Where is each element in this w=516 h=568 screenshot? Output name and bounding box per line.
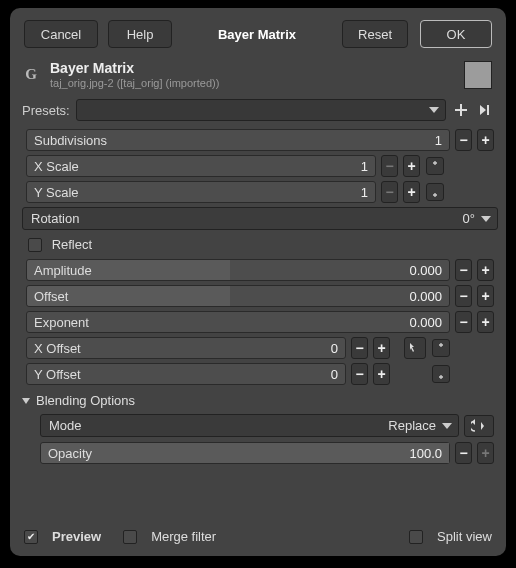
- offset-link-bottom-icon[interactable]: [432, 365, 450, 383]
- subdivisions-value: 1: [435, 133, 442, 148]
- preview-label: Preview: [52, 529, 101, 544]
- opacity-decrement[interactable]: −: [455, 442, 472, 464]
- xoffset-decrement[interactable]: −: [351, 337, 368, 359]
- exponent-value: 0.000: [409, 315, 442, 330]
- chevron-down-icon: [22, 398, 30, 404]
- chevron-down-icon: [481, 216, 491, 222]
- dialog-operation-label: Bayer Matrix: [208, 27, 306, 42]
- mode-dropdown[interactable]: Mode Replace: [40, 414, 459, 437]
- offset-decrement[interactable]: −: [455, 285, 472, 307]
- cancel-button[interactable]: Cancel: [24, 20, 98, 48]
- offset-link-top-icon[interactable]: [432, 339, 450, 357]
- offset-slider[interactable]: Offset 0.000: [26, 285, 450, 307]
- exponent-slider[interactable]: Exponent 0.000: [26, 311, 450, 333]
- reflect-row: Reflect: [26, 234, 494, 255]
- amplitude-decrement[interactable]: −: [455, 259, 472, 281]
- presets-row: Presets:: [10, 95, 506, 127]
- yscale-decrement: −: [381, 181, 398, 203]
- subdivisions-increment[interactable]: +: [477, 129, 494, 151]
- reflect-label: Reflect: [52, 237, 92, 252]
- yscale-value: 1: [361, 185, 368, 200]
- xscale-value: 1: [361, 159, 368, 174]
- yoffset-increment[interactable]: +: [373, 363, 390, 385]
- yoffset-label: Y Offset: [34, 367, 81, 382]
- merge-filter-label: Merge filter: [151, 529, 216, 544]
- xoffset-value: 0: [331, 341, 338, 356]
- scale-link-bottom-icon[interactable]: [426, 183, 444, 201]
- yoffset-value: 0: [331, 367, 338, 382]
- amplitude-value: 0.000: [409, 263, 442, 278]
- blending-options-label: Blending Options: [36, 393, 135, 408]
- chevron-down-icon: [442, 423, 452, 429]
- split-view-checkbox[interactable]: [409, 530, 423, 544]
- exponent-increment[interactable]: +: [477, 311, 494, 333]
- subdivisions-slider[interactable]: Subdivisions 1: [26, 129, 450, 151]
- exponent-label: Exponent: [34, 315, 89, 330]
- amplitude-label: Amplitude: [34, 263, 92, 278]
- chevron-down-icon: [429, 107, 439, 113]
- xoffset-label: X Offset: [34, 341, 81, 356]
- mode-switch-button[interactable]: [464, 415, 494, 437]
- exponent-decrement[interactable]: −: [455, 311, 472, 333]
- split-view-label: Split view: [437, 529, 492, 544]
- xoffset-slider[interactable]: X Offset 0: [26, 337, 346, 359]
- opacity-increment: +: [477, 442, 494, 464]
- xscale-slider[interactable]: X Scale 1: [26, 155, 376, 177]
- subdivisions-decrement[interactable]: −: [455, 129, 472, 151]
- xoffset-increment[interactable]: +: [373, 337, 390, 359]
- rotation-value: 0°: [463, 211, 475, 226]
- xscale-label: X Scale: [34, 159, 79, 174]
- preset-menu-button[interactable]: [476, 101, 494, 119]
- header-title: Bayer Matrix: [50, 60, 456, 76]
- gimp-icon: G: [20, 64, 42, 86]
- reset-button[interactable]: Reset: [342, 20, 408, 48]
- mode-label: Mode: [49, 418, 82, 433]
- yscale-label: Y Scale: [34, 185, 79, 200]
- yscale-increment[interactable]: +: [403, 181, 420, 203]
- rotation-label: Rotation: [31, 211, 79, 226]
- preview-checkbox[interactable]: [24, 530, 38, 544]
- offset-increment[interactable]: +: [477, 285, 494, 307]
- amplitude-increment[interactable]: +: [477, 259, 494, 281]
- offset-label: Offset: [34, 289, 68, 304]
- dialog-buttons: Cancel Help Bayer Matrix Reset OK: [10, 8, 506, 58]
- merge-filter-checkbox[interactable]: [123, 530, 137, 544]
- scale-link-top-icon[interactable]: [426, 157, 444, 175]
- svg-rect-0: [487, 105, 489, 115]
- opacity-label: Opacity: [48, 446, 92, 461]
- pick-offset-button[interactable]: [404, 337, 426, 359]
- xscale-increment[interactable]: +: [403, 155, 420, 177]
- yoffset-decrement[interactable]: −: [351, 363, 368, 385]
- presets-label: Presets:: [22, 103, 70, 118]
- offset-value: 0.000: [409, 289, 442, 304]
- help-button[interactable]: Help: [108, 20, 172, 48]
- presets-dropdown[interactable]: [76, 99, 446, 121]
- dialog-body: Subdivisions 1 − + X Scale 1 − + Y Scale…: [10, 127, 506, 523]
- reflect-checkbox[interactable]: [28, 238, 42, 252]
- yscale-slider[interactable]: Y Scale 1: [26, 181, 376, 203]
- opacity-value: 100.0: [409, 446, 442, 461]
- mode-value: Replace: [388, 418, 436, 433]
- opacity-slider[interactable]: Opacity 100.0: [40, 442, 450, 464]
- preset-add-button[interactable]: [452, 101, 470, 119]
- foreground-color-swatch[interactable]: [464, 61, 492, 89]
- amplitude-slider[interactable]: Amplitude 0.000: [26, 259, 450, 281]
- dialog-header: G Bayer Matrix taj_orig.jpg-2 ([taj_orig…: [10, 58, 506, 95]
- blending-options-toggle[interactable]: Blending Options: [22, 389, 494, 410]
- dialog: Cancel Help Bayer Matrix Reset OK G Baye…: [10, 8, 506, 556]
- dialog-footer: Preview Merge filter Split view: [10, 523, 506, 556]
- header-subtitle: taj_orig.jpg-2 ([taj_orig] (imported)): [50, 77, 456, 89]
- rotation-dropdown[interactable]: Rotation 0°: [22, 207, 498, 230]
- xscale-decrement: −: [381, 155, 398, 177]
- yoffset-slider[interactable]: Y Offset 0: [26, 363, 346, 385]
- subdivisions-label: Subdivisions: [34, 133, 107, 148]
- ok-button[interactable]: OK: [420, 20, 492, 48]
